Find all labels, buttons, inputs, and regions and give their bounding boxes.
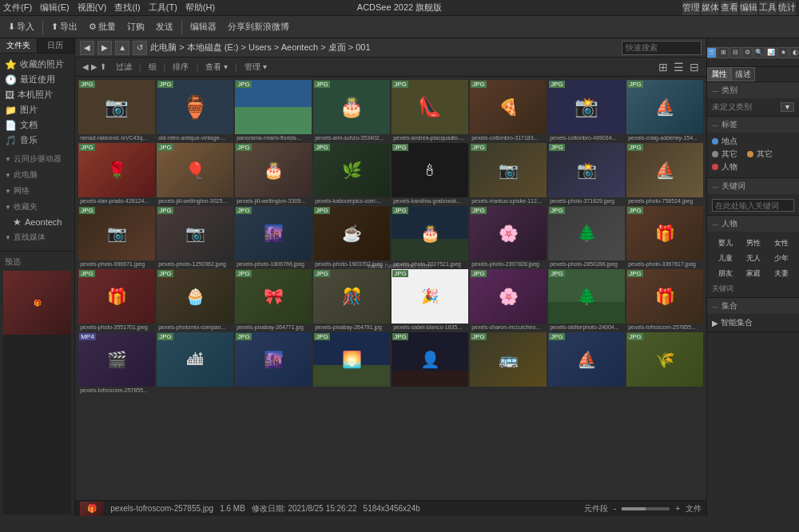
sidebar-favorites-header[interactable]: 收藏夹 [0, 199, 74, 215]
thumb-item[interactable]: 🌿 JPG pexels-kaboompics-com-... [313, 143, 390, 204]
si-icon-3[interactable]: ⊟ [729, 47, 741, 58]
thumb-item[interactable]: 📸 JPG pexels-photo-371829.jpeg [548, 143, 625, 204]
thumb-item[interactable]: 🍕 JPG pexels-cottonbro-317183... [470, 80, 547, 141]
import-btn[interactable]: ⬇ 导入 [3, 18, 39, 36]
editor-btn[interactable]: 编辑器 [185, 18, 221, 36]
thumb-item[interactable]: 🌸 JPG pexels-photo-2397828.jpeg [470, 206, 547, 268]
thumb-item[interactable]: 🏙 JPG [157, 332, 233, 394]
si-icon-7[interactable]: ★ [777, 47, 789, 58]
thumb-item[interactable]: ☕ JPG pexels-photo-1903702.jpeg [313, 206, 390, 268]
thumb-item[interactable]: 🌲 JPG pexels-photo-2850286.jpeg [548, 206, 625, 268]
si-icon-4[interactable]: ⚙ [741, 47, 753, 58]
section-category-header[interactable]: 类别 [707, 82, 799, 98]
export-btn[interactable]: ⬆ 导出 [46, 18, 82, 36]
thumb-item[interactable]: 👤 JPG [392, 332, 468, 394]
thumb-item[interactable]: 📷 JPG pexels-markus-spiske-112... [470, 143, 547, 204]
sidebar-item-documents[interactable]: 📄文档 [0, 117, 74, 133]
thumb-item[interactable]: 🎊 JPG pexels-pixabay-264791.jpg [313, 269, 390, 331]
sidebar-item-recent[interactable]: 🕐最近使用 [0, 72, 74, 87]
nav-media-btn[interactable]: 媒体 [702, 1, 719, 15]
nav-view-btn[interactable]: 查看 [721, 1, 738, 15]
thumb-item[interactable]: 🎬 MP4 pexels-tofroscom-257855... [78, 332, 155, 394]
thumb-item[interactable]: 📷 JPG pexels-photo-996971.jpeg [78, 206, 155, 268]
send-btn[interactable]: 发送 [151, 18, 178, 36]
person-teen[interactable]: 少年 [768, 252, 794, 265]
filter-btn[interactable]: 过滤 [113, 62, 134, 73]
si-icon-2[interactable]: ⊞ [718, 47, 729, 58]
thumb-item[interactable]: 🌹 JPG pexels-dan-prado-428124... [78, 143, 155, 204]
nav-tools-btn[interactable]: 工具 [759, 1, 777, 15]
sidebar-media-header[interactable]: 直线媒体 [0, 229, 74, 245]
thumb-item[interactable]: 🎈 JPG pexels-jill-wellington-3025... [157, 143, 233, 204]
menu-view[interactable]: 视图(V) [78, 2, 107, 14]
thumb-item[interactable]: ⛵ JPG [548, 332, 625, 394]
thumb-item[interactable]: 📸 JPG pexels-cottonbro-469034... [548, 80, 625, 141]
keyword-input[interactable] [712, 199, 794, 212]
nav-stats-btn[interactable]: 统计 [778, 1, 796, 15]
zoom-slider[interactable] [622, 507, 670, 510]
status-zoom-in[interactable]: + [673, 504, 682, 513]
person-family[interactable]: 家庭 [740, 267, 766, 280]
up-btn[interactable]: ▲ [115, 41, 129, 55]
nav-edit-btn[interactable]: 编辑 [740, 1, 757, 15]
person-female[interactable]: 女性 [768, 236, 794, 250]
sidebar-pc-header[interactable]: 此电脑 [0, 167, 74, 183]
thumb-item[interactable]: 📷 JPG nenad-rakicevic-IxVC43q... [78, 80, 155, 141]
tab-folder[interactable]: 文件夹 [0, 38, 38, 53]
thumb-item[interactable]: 🌾 JPG [626, 332, 703, 394]
sidebar-item-pictures[interactable]: 📁图片 [0, 102, 74, 117]
thumb-item[interactable]: 🚌 JPG [470, 332, 547, 394]
menu-edit[interactable]: 编辑(E) [40, 2, 70, 14]
viewmode-btn[interactable]: 查看 ▾ [203, 62, 230, 73]
sidebar-item-recent-photos[interactable]: ⭐收藏的照片 [0, 57, 74, 72]
subtab-description[interactable]: 描述 [731, 67, 755, 81]
section-collection-header[interactable]: 集合 [707, 298, 799, 314]
menu-file[interactable]: 文件(F) [3, 2, 32, 14]
sidebar-cloud-header[interactable]: 云同步驱动器 [0, 151, 74, 167]
thumb-item[interactable]: 🌆 JPG [235, 332, 312, 394]
thumb-item[interactable]: 🏺 JPG old-retro-antique-vintage-... [157, 80, 233, 141]
person-friends[interactable]: 朋友 [712, 267, 738, 280]
refresh-btn[interactable]: ↺ [133, 41, 147, 55]
thumb-item[interactable]: 🎀 JPG pexels-pixabay-264771.jpg [235, 269, 312, 331]
person-male[interactable]: 男性 [740, 236, 766, 250]
share-btn[interactable]: 分享到新浪微博 [223, 18, 294, 36]
thumb-item[interactable]: 🕯 JPG pexels-karolina-grabowsk... [392, 143, 468, 204]
person-baby[interactable]: 婴儿 [712, 236, 738, 250]
si-icon-5[interactable]: 🔍 [753, 47, 765, 58]
person-none[interactable]: 无人 [740, 252, 766, 265]
thumb-item[interactable]: 🧁 JPG pexels-photomix-compan... [157, 269, 233, 331]
menu-help[interactable]: 帮助(H) [185, 2, 215, 14]
nav-manage-btn[interactable]: 管理 [682, 1, 700, 15]
menu-find[interactable]: 查找(I) [114, 2, 140, 14]
thumb-item[interactable]: 🎂 JPG pexels-photo-2027521.jpeg [392, 206, 468, 268]
thumb-item[interactable]: 📷 JPG pexels-photo-1250362.jpeg [157, 206, 233, 268]
thumb-item[interactable]: 🎁 JPG pexels-tofroscom-257855... [626, 269, 703, 331]
smart-collection-item[interactable]: ▶ 智能集合 [712, 317, 794, 328]
category-more-btn[interactable]: ▼ [781, 102, 794, 112]
si-icon-8[interactable]: ◐ [789, 47, 799, 58]
sidebar-item-local-photos[interactable]: 🖼本机照片 [0, 87, 74, 102]
tab-calendar[interactable]: 日历 [38, 38, 75, 53]
manage-view-btn[interactable]: 管理 ▾ [242, 62, 269, 73]
thumb-item[interactable]: 🌸 JPG pexels-sharon-mccutcheo... [470, 269, 547, 331]
sidebar-item-aeontech[interactable]: ★Aeontech [0, 215, 74, 229]
list-view-btn[interactable]: ☰ [671, 61, 686, 73]
detail-view-btn[interactable]: ⊟ [687, 61, 702, 73]
nav-arrows[interactable]: ◀ ▶ ⬆ [80, 62, 109, 71]
si-icon-1[interactable]: ☰ [706, 47, 717, 58]
thumb-item[interactable]: JPG panorama-miami-florida-... [235, 80, 312, 141]
thumb-item[interactable]: ⛵ JPG pexels-photo-758524.jpeg [626, 143, 703, 204]
section-label-header[interactable]: 标签 [707, 117, 799, 133]
thumb-item[interactable]: 🌅 JPG [313, 332, 390, 394]
si-icon-6[interactable]: 📊 [765, 47, 777, 58]
person-child[interactable]: 儿童 [712, 252, 738, 265]
grid-view-btn[interactable]: ⊞ [656, 61, 670, 73]
thumb-item[interactable]: 🎁 JPG pexels-photo-3551701.jpeg [78, 269, 155, 331]
thumb-item[interactable]: 🎉 JPG pexels-sabel-blanco-1835... [392, 269, 468, 331]
section-keyword-header[interactable]: 关键词 [707, 178, 799, 194]
thumb-item[interactable]: 🎂 JPG pexels-ami-suhzu-353402... [313, 80, 390, 141]
menu-tools[interactable]: 工具(T) [149, 2, 177, 14]
forward-btn[interactable]: ▶ [97, 41, 112, 55]
sort-btn[interactable]: 排序 [170, 62, 191, 73]
